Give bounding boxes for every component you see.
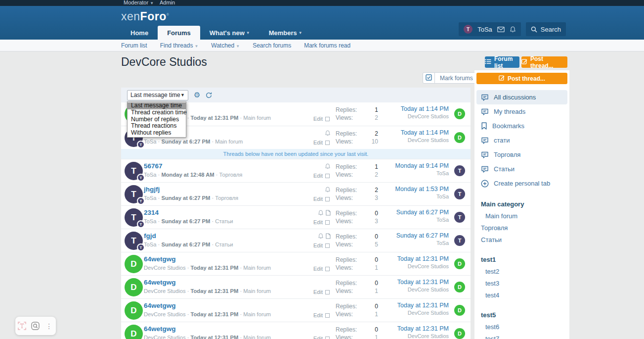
last-message-date-link[interactable]: Today at 1:14 PM: [401, 129, 449, 136]
last-poster-avatar[interactable]: D: [454, 328, 465, 339]
checkbox[interactable]: [325, 313, 330, 318]
last-message-date-link[interactable]: Today at 12:31 PM: [397, 279, 449, 286]
thread-starter-avatar[interactable]: D: [125, 325, 143, 339]
image-search-lens-icon[interactable]: [29, 317, 42, 335]
thread-starter-avatar[interactable]: TT: [125, 208, 143, 227]
tab-forums[interactable]: Forums: [158, 26, 200, 40]
subnav-search-forums[interactable]: Search forums: [253, 42, 291, 49]
last-message-date-link[interactable]: Monday at 9:14 PM: [395, 162, 449, 169]
last-poster-avatar[interactable]: D: [454, 282, 465, 292]
thread-title-link[interactable]: jhgjfj: [144, 186, 160, 193]
last-poster-avatar[interactable]: T: [454, 212, 465, 223]
sidebar-item-all-discussions[interactable]: All discussions: [476, 90, 567, 104]
last-message-date-link[interactable]: Monday at 1:53 PM: [395, 186, 449, 193]
forum-node-test6[interactable]: test6: [481, 321, 563, 333]
sidebar-item-my-threads[interactable]: My threads: [476, 104, 567, 119]
text-capture-icon[interactable]: [16, 317, 29, 335]
last-poster-avatar[interactable]: D: [454, 108, 465, 119]
filter-gear-icon[interactable]: ⚙: [194, 91, 200, 99]
checkbox[interactable]: [325, 117, 330, 121]
admin-link[interactable]: Admin: [160, 0, 175, 5]
xenforo-logo[interactable]: xenForo®: [121, 10, 169, 23]
thread-starter-avatar[interactable]: D: [125, 255, 143, 273]
more-menu-icon[interactable]: ⋮: [43, 317, 55, 335]
thread-title-link[interactable]: fgjd: [144, 232, 156, 240]
mark-read-checkbox-button[interactable]: [423, 72, 435, 84]
sort-option-without-replies[interactable]: Without replies: [128, 130, 186, 137]
sidebar-item-стати[interactable]: стати: [476, 133, 567, 147]
refresh-icon[interactable]: [206, 92, 212, 98]
last-message-date-link[interactable]: Sunday at 6:27 PM: [396, 209, 449, 216]
forum-node-статьи[interactable]: Статьи: [481, 234, 563, 246]
last-poster-avatar[interactable]: D: [454, 132, 465, 143]
subnav-find-threads[interactable]: Find threads▼: [160, 42, 199, 49]
thread-starter-avatar[interactable]: TT: [125, 185, 143, 203]
moderator-menu[interactable]: Moderator▼: [124, 0, 154, 5]
sidebar-item-статьи[interactable]: Статьи: [476, 162, 567, 176]
last-poster-avatar[interactable]: T: [454, 189, 465, 199]
edit-checkbox[interactable]: Edit: [313, 336, 330, 339]
edit-checkbox[interactable]: Edit: [313, 289, 330, 295]
thread-title-link[interactable]: 64wetgwg: [144, 302, 176, 309]
edit-checkbox[interactable]: Edit: [313, 116, 330, 122]
thread-title-link[interactable]: 64wetgwg: [144, 255, 176, 263]
inbox-envelope-icon[interactable]: [497, 27, 505, 32]
last-message-date-link[interactable]: Today at 12:31 PM: [397, 255, 449, 262]
thread-starter-avatar[interactable]: D: [125, 278, 143, 296]
last-message-date-link[interactable]: Sunday at 6:27 PM: [396, 232, 449, 239]
last-message-date-link[interactable]: Today at 12:31 PM: [397, 325, 449, 332]
subnav-forum-list[interactable]: Forum list: [121, 42, 147, 49]
last-poster-avatar[interactable]: T: [454, 235, 465, 246]
checkbox[interactable]: [325, 243, 330, 248]
forum-list-button[interactable]: Forum list: [485, 56, 519, 68]
category-test5[interactable]: test5: [481, 309, 563, 321]
subnav-mark-forums-read[interactable]: Mark forums read: [304, 42, 350, 49]
tab-members[interactable]: Members▼: [259, 26, 312, 40]
checkbox[interactable]: [325, 290, 330, 294]
sidebar-item-торговля[interactable]: Торговля: [476, 147, 567, 162]
account-menu[interactable]: ToSa: [477, 26, 492, 33]
forum-node-test3[interactable]: test3: [481, 278, 563, 290]
thread-starter-avatar[interactable]: TT: [125, 232, 143, 250]
checkbox[interactable]: [325, 141, 330, 145]
tab-what-s-new[interactable]: What's new▼: [200, 26, 259, 40]
sidebar-item-bookmarks[interactable]: Bookmarks: [476, 119, 567, 133]
checkbox[interactable]: [325, 220, 330, 225]
forum-node-торговля[interactable]: Торговля: [481, 222, 563, 234]
edit-checkbox[interactable]: Edit: [313, 266, 330, 272]
category-main-category[interactable]: Main category: [481, 198, 563, 210]
forum-node-main-forum[interactable]: Main forum: [481, 210, 563, 222]
post-thread-button[interactable]: Post thread...: [521, 56, 567, 68]
last-message-date-link[interactable]: Today at 1:14 PM: [401, 105, 449, 112]
forum-node-test7[interactable]: test7: [481, 333, 563, 339]
last-poster-avatar[interactable]: D: [454, 305, 465, 316]
forum-node-test2[interactable]: test2: [481, 266, 563, 278]
category-test1[interactable]: test1: [481, 254, 563, 266]
edit-checkbox[interactable]: Edit: [313, 219, 330, 225]
thread-title-link[interactable]: 64wetgwg: [144, 325, 176, 333]
edit-checkbox[interactable]: Edit: [313, 242, 330, 248]
forum-node-test4[interactable]: test4: [481, 290, 563, 301]
search-button[interactable]: Search: [526, 22, 566, 36]
edit-checkbox[interactable]: Edit: [313, 312, 330, 318]
sort-option-thread-reactions[interactable]: Thread reactions: [128, 123, 186, 130]
sort-option-last-message-time[interactable]: Last message time: [128, 102, 186, 109]
subnav-watched[interactable]: Watched▼: [211, 42, 240, 49]
checkbox[interactable]: [325, 197, 330, 201]
last-message-date-link[interactable]: Today at 12:31 PM: [397, 302, 449, 309]
checkbox[interactable]: [325, 174, 330, 178]
checkbox[interactable]: [325, 337, 330, 339]
checkbox[interactable]: [325, 267, 330, 271]
edit-checkbox[interactable]: Edit: [313, 196, 330, 202]
thread-starter-avatar[interactable]: TT: [125, 162, 143, 180]
alerts-bell-icon[interactable]: [510, 26, 516, 33]
thread-title-link[interactable]: 2314: [144, 209, 159, 216]
last-poster-avatar[interactable]: T: [454, 165, 465, 176]
avatar[interactable]: T: [464, 25, 472, 34]
thread-title-link[interactable]: 64wetgwg: [144, 279, 176, 286]
thread-starter-avatar[interactable]: D: [125, 301, 143, 320]
edit-checkbox[interactable]: Edit: [313, 173, 330, 179]
sort-option-thread-creation-time[interactable]: Thread creation time: [128, 109, 186, 116]
tab-home[interactable]: Home: [121, 26, 158, 40]
last-poster-avatar[interactable]: D: [454, 258, 465, 269]
